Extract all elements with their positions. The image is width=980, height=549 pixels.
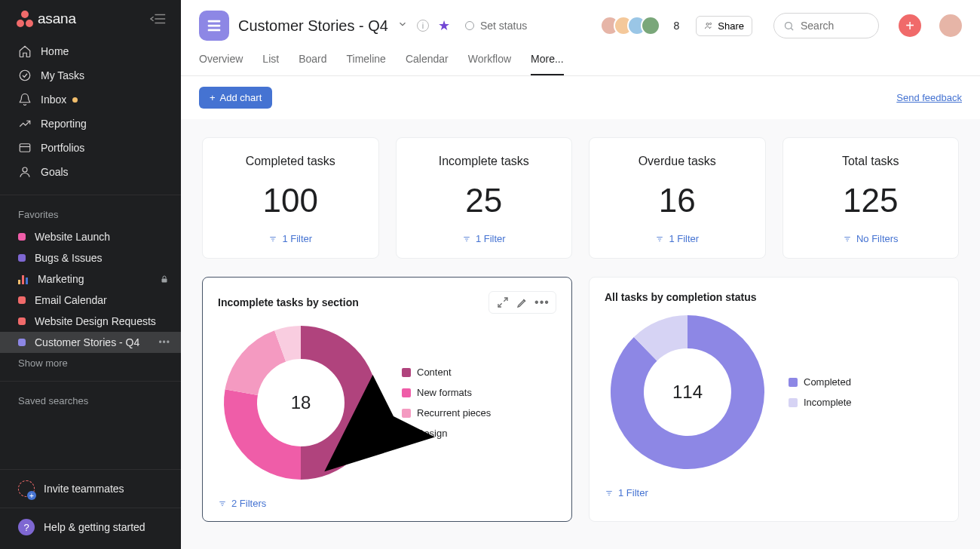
svg-line-14 [791,28,793,30]
sidebar-item-my-tasks[interactable]: My Tasks [0,63,181,87]
stat-label: Incomplete tasks [439,155,529,168]
stat-value: 100 [263,182,318,219]
create-button[interactable]: + [899,14,921,37]
donut-center-value: 114 [605,309,770,475]
sidebar-item-label: Portfolios [41,142,84,154]
chart-filter[interactable]: 1 Filter [605,487,943,498]
sidebar-project-website-design-requests[interactable]: Website Design Requests [0,311,181,332]
nav-icon [18,117,32,130]
stat-filter[interactable]: No Filters [843,233,899,244]
stat-card-total-tasks[interactable]: Total tasks125No Filters [782,137,960,259]
stat-card-overdue-tasks[interactable]: Overdue tasks161 Filter [589,137,766,259]
filter-icon [605,489,614,497]
svg-rect-10 [208,29,221,32]
svg-point-12 [710,23,712,24]
set-status[interactable]: Set status [465,20,527,32]
more-icon[interactable]: ••• [158,337,170,348]
donut-chart: 18 [218,320,384,486]
nav-icon [18,93,32,106]
sidebar-project-marketing[interactable]: Marketing [0,268,181,290]
user-avatar[interactable] [939,14,962,37]
svg-point-13 [786,22,792,29]
stat-label: Overdue tasks [639,155,716,168]
legend-label: Completed [804,376,851,388]
sidebar-project-customer-stories-q4[interactable]: Customer Stories - Q4••• [0,332,181,353]
filter-icon [843,235,852,243]
search-input[interactable] [801,20,868,32]
sidebar-project-label: Marketing [38,273,151,285]
stat-label: Total tasks [842,155,899,168]
info-icon[interactable]: i [417,20,429,32]
tab-calendar[interactable]: Calendar [406,53,449,75]
tab-list[interactable]: List [262,53,279,75]
share-button[interactable]: Share [696,16,752,36]
nav-icon [18,69,32,82]
project-color-icon [18,339,26,346]
stat-value: 16 [659,182,696,219]
edit-icon[interactable] [516,296,528,308]
notification-dot-icon [72,97,78,103]
sidebar-project-website-launch[interactable]: Website Launch [0,226,181,247]
project-icon[interactable] [199,11,229,41]
more-icon[interactable]: ••• [536,296,548,308]
legend-item: Completed [789,376,852,388]
sidebar-item-inbox[interactable]: Inbox [0,87,181,112]
filter-icon [462,235,471,243]
cursor-icon [311,333,476,499]
expand-icon[interactable] [497,296,509,308]
chart-title: Incomplete tasks by section [218,296,359,308]
chart-card-0[interactable]: Incomplete tasks by section•••18ContentN… [202,277,572,522]
sidebar-project-email-calendar[interactable]: Email Calendar [0,290,181,311]
sidebar-show-more[interactable]: Show more [0,353,181,378]
star-icon[interactable]: ★ [438,17,450,34]
stat-filter[interactable]: 1 Filter [268,233,312,244]
stat-card-completed-tasks[interactable]: Completed tasks1001 Filter [202,137,379,259]
sidebar-item-home[interactable]: Home [0,39,181,63]
send-feedback-link[interactable]: Send feedback [896,92,962,103]
invite-teammates[interactable]: Invite teammates [0,470,181,508]
stat-card-incomplete-tasks[interactable]: Incomplete tasks251 Filter [396,137,573,259]
invite-icon [18,480,35,497]
search-icon [783,20,795,32]
share-label: Share [718,20,744,32]
tab-board[interactable]: Board [299,53,326,75]
svg-point-11 [706,23,709,26]
help-icon: ? [18,519,35,535]
search-box[interactable] [773,13,879,38]
svg-rect-7 [162,279,167,283]
plus-icon: + [210,92,216,103]
stat-filter[interactable]: 1 Filter [462,233,506,244]
collapse-sidebar-icon[interactable] [149,11,167,27]
legend-swatch [789,378,798,387]
project-color-icon [18,317,26,325]
donut-chart: 114 [605,309,770,475]
sidebar-project-label: Website Design Requests [35,315,170,327]
project-dropdown-icon[interactable] [397,19,408,32]
svg-point-3 [20,70,30,81]
filter-icon [268,235,277,243]
chart-icon [18,274,29,284]
topbar: Customer Stories - Q4 i ★ Set status 8 S… [181,0,980,76]
svg-rect-8 [208,20,221,23]
help-getting-started[interactable]: ? Help & getting started [0,508,181,549]
tab-timeline[interactable]: Timeline [347,53,386,75]
svg-line-27 [504,298,507,302]
sidebar-item-reporting[interactable]: Reporting [0,112,181,136]
tab-workflow[interactable]: Workflow [468,53,511,75]
sidebar-item-portfolios[interactable]: Portfolios [0,136,181,160]
sidebar-item-goals[interactable]: Goals [0,160,181,184]
add-chart-button[interactable]: + Add chart [199,87,272,109]
tab-more[interactable]: More... [531,53,564,75]
chart-card-1[interactable]: All tasks by completion status114Complet… [589,277,959,522]
sidebar-favorites-header: Favorites [0,198,181,226]
tab-overview[interactable]: Overview [199,53,243,75]
sidebar-item-label: Reporting [41,118,87,130]
stat-filter[interactable]: 1 Filter [655,233,699,244]
member-avatars[interactable] [600,16,660,35]
sidebar-project-bugs-issues[interactable]: Bugs & Issues [0,247,181,268]
project-color-icon [18,296,26,304]
member-count: 8 [674,20,680,32]
chart-filter[interactable]: 2 Filters [218,498,556,509]
brand-logo[interactable]: asana [17,11,76,27]
sidebar-project-label: Customer Stories - Q4 [35,336,149,348]
